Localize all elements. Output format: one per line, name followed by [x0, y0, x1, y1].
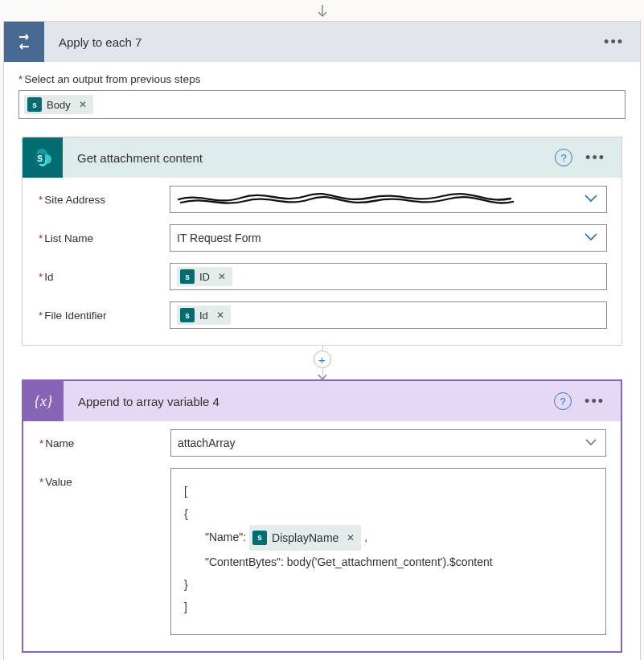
value-text: {: [184, 502, 593, 525]
displayname-token[interactable]: s DisplayName ✕: [249, 525, 361, 551]
sharepoint-icon: s: [252, 531, 267, 545]
chevron-down-icon[interactable]: [584, 193, 598, 206]
value-text: [: [184, 480, 593, 502]
help-icon[interactable]: ?: [555, 149, 572, 166]
attachment-title: Get attachment content: [63, 151, 555, 165]
loop-header[interactable]: Apply to each 7 •••: [4, 22, 640, 62]
value-text: "Name": s DisplayName ✕ ,: [184, 525, 593, 551]
value-text: "ContentBytes": body('Get_attachment_con…: [184, 551, 593, 573]
chevron-down-icon[interactable]: [584, 232, 598, 244]
value-text: ]: [184, 596, 593, 618]
loop-card[interactable]: Apply to each 7 ••• *Select an output fr…: [3, 21, 641, 660]
help-icon[interactable]: ?: [554, 392, 572, 410]
list-name-label: *List Name: [37, 232, 170, 244]
redacted-scribble: [177, 191, 515, 207]
sharepoint-icon: s: [180, 269, 195, 284]
loop-title: Apply to each 7: [44, 35, 599, 49]
attachment-card[interactable]: S Get attachment content ? ••• *Site Add…: [22, 137, 622, 346]
variable-icon: {x}: [23, 381, 64, 421]
sharepoint-icon: s: [180, 308, 195, 322]
attachment-more-icon[interactable]: •••: [580, 146, 610, 170]
body-token-label: Body: [47, 99, 71, 111]
id-field[interactable]: s ID ✕: [170, 263, 607, 290]
sharepoint-brand-icon: S: [23, 137, 63, 178]
id-token[interactable]: s ID ✕: [177, 267, 232, 286]
sharepoint-icon: s: [27, 97, 42, 112]
add-step-button[interactable]: +: [314, 350, 331, 368]
id-label: *Id: [37, 271, 170, 283]
value-text: }: [184, 573, 593, 596]
output-label: *Select an output from previous steps: [18, 73, 626, 85]
loop-icon: [4, 22, 44, 62]
list-name-field[interactable]: IT Request Form: [170, 224, 607, 252]
connector: +: [18, 346, 626, 379]
file-id-field[interactable]: s Id ✕: [170, 301, 607, 329]
id-token-label: ID: [199, 271, 210, 283]
arrow-down-icon: [317, 373, 328, 381]
var-name-label: *Name: [38, 437, 170, 449]
var-name-value: attachArray: [178, 437, 236, 449]
file-id-token[interactable]: s Id ✕: [177, 305, 231, 325]
remove-token-icon[interactable]: ✕: [79, 99, 87, 110]
svg-text:S: S: [37, 154, 43, 163]
var-name-field[interactable]: attachArray: [170, 429, 606, 457]
file-id-label: *File Identifier: [37, 310, 170, 322]
var-value-field[interactable]: [ { "Name": s DisplayName ✕ , "ContentBy…: [170, 468, 606, 635]
body-token[interactable]: s Body ✕: [24, 95, 93, 114]
remove-token-icon[interactable]: ✕: [347, 528, 355, 547]
attachment-header[interactable]: S Get attachment content ? •••: [23, 137, 621, 178]
remove-token-icon[interactable]: ✕: [216, 310, 224, 321]
append-header[interactable]: {x} Append to array variable 4 ? •••: [23, 381, 621, 421]
output-field[interactable]: s Body ✕: [18, 90, 626, 119]
file-id-token-label: Id: [199, 310, 208, 322]
append-card[interactable]: {x} Append to array variable 4 ? ••• *Na…: [22, 379, 622, 653]
site-address-field[interactable]: [170, 186, 607, 213]
append-title: Append to array variable 4: [64, 395, 554, 408]
site-address-label: *Site Address: [37, 194, 170, 206]
var-value-label: *Value: [38, 468, 170, 488]
append-more-icon[interactable]: •••: [580, 390, 609, 413]
loop-more-icon[interactable]: •••: [599, 31, 629, 54]
list-name-value: IT Request Form: [177, 232, 261, 244]
remove-token-icon[interactable]: ✕: [218, 271, 226, 282]
arrow-down-icon: [3, 5, 641, 19]
displayname-token-label: DisplayName: [272, 527, 338, 549]
chevron-down-icon[interactable]: [585, 437, 597, 449]
